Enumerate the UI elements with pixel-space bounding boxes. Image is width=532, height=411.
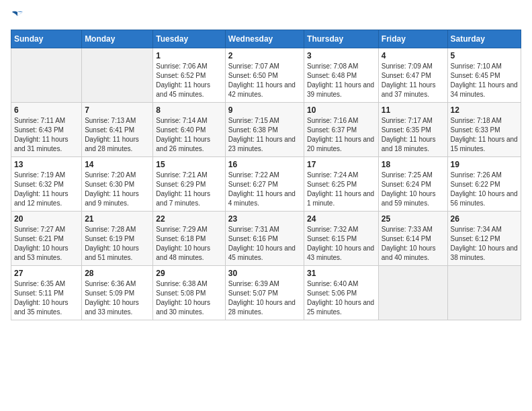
calendar-cell: 26Sunrise: 7:34 AM Sunset: 6:12 PM Dayli… <box>447 212 521 266</box>
day-info: Sunrise: 7:17 AM Sunset: 6:35 PM Dayligh… <box>382 116 445 154</box>
calendar-cell <box>82 48 153 103</box>
day-info: Sunrise: 7:32 AM Sunset: 6:15 PM Dayligh… <box>307 225 375 263</box>
page-header <box>11 11 521 21</box>
calendar-cell: 14Sunrise: 7:20 AM Sunset: 6:30 PM Dayli… <box>82 157 153 212</box>
day-info: Sunrise: 6:38 AM Sunset: 5:08 PM Dayligh… <box>156 279 222 317</box>
day-info: Sunrise: 7:14 AM Sunset: 6:40 PM Dayligh… <box>156 116 222 154</box>
calendar-cell: 9Sunrise: 7:15 AM Sunset: 6:38 PM Daylig… <box>225 103 304 157</box>
day-info: Sunrise: 7:18 AM Sunset: 6:33 PM Dayligh… <box>451 116 518 154</box>
day-number: 17 <box>307 160 375 169</box>
calendar-cell: 7Sunrise: 7:13 AM Sunset: 6:41 PM Daylig… <box>82 103 153 157</box>
calendar-cell: 31Sunrise: 6:40 AM Sunset: 5:06 PM Dayli… <box>304 266 379 320</box>
weekday-header-monday: Monday <box>82 30 153 48</box>
day-info: Sunrise: 7:34 AM Sunset: 6:12 PM Dayligh… <box>451 225 518 263</box>
calendar-cell: 17Sunrise: 7:24 AM Sunset: 6:25 PM Dayli… <box>304 157 379 212</box>
day-info: Sunrise: 7:26 AM Sunset: 6:22 PM Dayligh… <box>451 171 518 208</box>
day-number: 2 <box>228 51 301 60</box>
day-info: Sunrise: 7:28 AM Sunset: 6:19 PM Dayligh… <box>85 225 150 263</box>
day-info: Sunrise: 7:08 AM Sunset: 6:48 PM Dayligh… <box>307 62 375 99</box>
calendar-cell: 1Sunrise: 7:06 AM Sunset: 6:52 PM Daylig… <box>153 48 225 103</box>
calendar-cell: 25Sunrise: 7:33 AM Sunset: 6:14 PM Dayli… <box>378 212 447 266</box>
day-info: Sunrise: 7:20 AM Sunset: 6:30 PM Dayligh… <box>85 171 150 208</box>
day-number: 30 <box>228 269 301 278</box>
day-number: 27 <box>14 269 79 278</box>
calendar-cell: 16Sunrise: 7:22 AM Sunset: 6:27 PM Dayli… <box>225 157 304 212</box>
day-number: 18 <box>382 160 445 169</box>
calendar-cell: 30Sunrise: 6:39 AM Sunset: 5:07 PM Dayli… <box>225 266 304 320</box>
calendar-cell <box>378 266 447 320</box>
day-info: Sunrise: 7:25 AM Sunset: 6:24 PM Dayligh… <box>382 171 445 208</box>
day-info: Sunrise: 7:11 AM Sunset: 6:43 PM Dayligh… <box>14 116 79 154</box>
day-number: 24 <box>307 214 375 224</box>
day-number: 1 <box>156 51 222 60</box>
calendar-cell: 23Sunrise: 7:31 AM Sunset: 6:16 PM Dayli… <box>225 212 304 266</box>
calendar-cell: 28Sunrise: 6:36 AM Sunset: 5:09 PM Dayli… <box>82 266 153 320</box>
day-number: 14 <box>85 160 150 169</box>
calendar-cell: 27Sunrise: 6:35 AM Sunset: 5:11 PM Dayli… <box>11 266 82 320</box>
day-number: 13 <box>14 160 79 169</box>
day-info: Sunrise: 7:15 AM Sunset: 6:38 PM Dayligh… <box>228 116 301 154</box>
calendar-cell: 10Sunrise: 7:16 AM Sunset: 6:37 PM Dayli… <box>304 103 379 157</box>
calendar-header-row: SundayMondayTuesdayWednesdayThursdayFrid… <box>11 30 521 48</box>
calendar-cell: 20Sunrise: 7:27 AM Sunset: 6:21 PM Dayli… <box>11 212 82 266</box>
calendar-cell: 6Sunrise: 7:11 AM Sunset: 6:43 PM Daylig… <box>11 103 82 157</box>
calendar-cell: 12Sunrise: 7:18 AM Sunset: 6:33 PM Dayli… <box>447 103 521 157</box>
day-info: Sunrise: 7:27 AM Sunset: 6:21 PM Dayligh… <box>14 225 79 263</box>
calendar-cell: 15Sunrise: 7:21 AM Sunset: 6:29 PM Dayli… <box>153 157 225 212</box>
day-number: 9 <box>228 105 301 115</box>
weekday-header-wednesday: Wednesday <box>225 30 304 48</box>
day-number: 23 <box>228 214 301 224</box>
day-number: 22 <box>156 214 222 224</box>
calendar-cell: 24Sunrise: 7:32 AM Sunset: 6:15 PM Dayli… <box>304 212 379 266</box>
weekday-header-saturday: Saturday <box>447 30 521 48</box>
calendar-cell: 22Sunrise: 7:29 AM Sunset: 6:18 PM Dayli… <box>153 212 225 266</box>
calendar-table: SundayMondayTuesdayWednesdayThursdayFrid… <box>11 30 521 320</box>
day-number: 8 <box>156 105 222 115</box>
calendar-week-row: 13Sunrise: 7:19 AM Sunset: 6:32 PM Dayli… <box>11 157 521 212</box>
day-info: Sunrise: 7:24 AM Sunset: 6:25 PM Dayligh… <box>307 171 375 208</box>
calendar-cell: 11Sunrise: 7:17 AM Sunset: 6:35 PM Dayli… <box>378 103 447 157</box>
weekday-header-sunday: Sunday <box>11 30 82 48</box>
day-info: Sunrise: 6:40 AM Sunset: 5:06 PM Dayligh… <box>307 279 375 317</box>
calendar-cell: 29Sunrise: 6:38 AM Sunset: 5:08 PM Dayli… <box>153 266 225 320</box>
calendar-week-row: 1Sunrise: 7:06 AM Sunset: 6:52 PM Daylig… <box>11 48 521 103</box>
day-info: Sunrise: 7:21 AM Sunset: 6:29 PM Dayligh… <box>156 171 222 208</box>
day-number: 15 <box>156 160 222 169</box>
day-info: Sunrise: 7:10 AM Sunset: 6:45 PM Dayligh… <box>451 62 518 99</box>
day-number: 10 <box>307 105 375 115</box>
day-info: Sunrise: 6:35 AM Sunset: 5:11 PM Dayligh… <box>14 279 79 317</box>
day-info: Sunrise: 7:31 AM Sunset: 6:16 PM Dayligh… <box>228 225 301 263</box>
day-info: Sunrise: 6:36 AM Sunset: 5:09 PM Dayligh… <box>85 279 150 317</box>
day-number: 4 <box>382 51 445 60</box>
day-info: Sunrise: 6:39 AM Sunset: 5:07 PM Dayligh… <box>228 279 301 317</box>
calendar-cell: 4Sunrise: 7:09 AM Sunset: 6:47 PM Daylig… <box>378 48 447 103</box>
day-number: 31 <box>307 269 375 278</box>
calendar-cell <box>11 48 82 103</box>
day-number: 20 <box>14 214 79 224</box>
calendar-cell: 21Sunrise: 7:28 AM Sunset: 6:19 PM Dayli… <box>82 212 153 266</box>
day-number: 3 <box>307 51 375 60</box>
day-info: Sunrise: 7:19 AM Sunset: 6:32 PM Dayligh… <box>14 171 79 208</box>
calendar-cell: 8Sunrise: 7:14 AM Sunset: 6:40 PM Daylig… <box>153 103 225 157</box>
calendar-week-row: 20Sunrise: 7:27 AM Sunset: 6:21 PM Dayli… <box>11 212 521 266</box>
calendar-cell: 13Sunrise: 7:19 AM Sunset: 6:32 PM Dayli… <box>11 157 82 212</box>
day-info: Sunrise: 7:33 AM Sunset: 6:14 PM Dayligh… <box>382 225 445 263</box>
day-number: 21 <box>85 214 150 224</box>
day-number: 25 <box>382 214 445 224</box>
weekday-header-friday: Friday <box>378 30 447 48</box>
day-number: 5 <box>451 51 518 60</box>
calendar-cell: 3Sunrise: 7:08 AM Sunset: 6:48 PM Daylig… <box>304 48 379 103</box>
day-info: Sunrise: 7:09 AM Sunset: 6:47 PM Dayligh… <box>382 62 445 99</box>
day-number: 6 <box>14 105 79 115</box>
weekday-header-tuesday: Tuesday <box>153 30 225 48</box>
day-number: 11 <box>382 105 445 115</box>
calendar-cell: 18Sunrise: 7:25 AM Sunset: 6:24 PM Dayli… <box>378 157 447 212</box>
calendar-week-row: 27Sunrise: 6:35 AM Sunset: 5:11 PM Dayli… <box>11 266 521 320</box>
day-info: Sunrise: 7:06 AM Sunset: 6:52 PM Dayligh… <box>156 62 222 99</box>
day-number: 12 <box>451 105 518 115</box>
day-number: 28 <box>85 269 150 278</box>
day-info: Sunrise: 7:29 AM Sunset: 6:18 PM Dayligh… <box>156 225 222 263</box>
day-info: Sunrise: 7:16 AM Sunset: 6:37 PM Dayligh… <box>307 116 375 154</box>
day-number: 7 <box>85 105 150 115</box>
logo <box>11 11 24 21</box>
